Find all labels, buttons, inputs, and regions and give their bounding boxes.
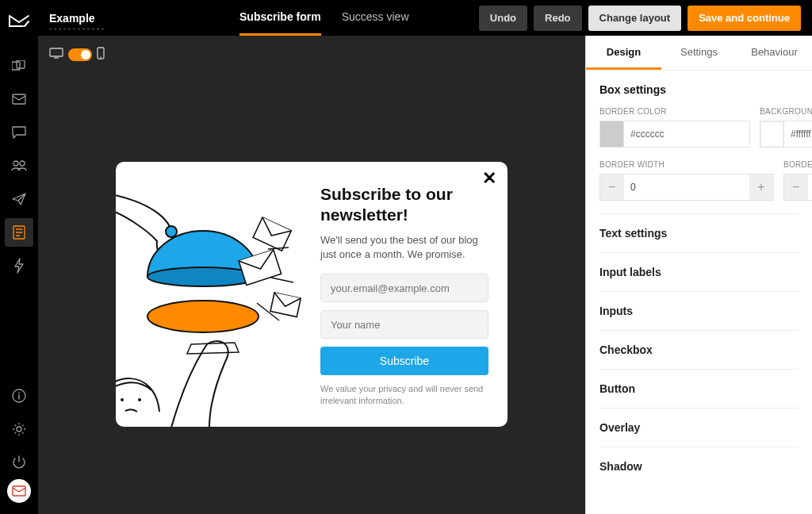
border-color-swatch[interactable] (600, 121, 624, 147)
nav-forms-icon[interactable] (5, 218, 33, 247)
panel-tab-settings[interactable]: Settings (661, 36, 737, 70)
popup-fineprint: We value your privacy and will never sen… (320, 383, 488, 408)
properties-panel: Design Settings Behaviour Box settings B… (585, 36, 812, 514)
project-title[interactable]: Example (49, 12, 239, 25)
section-checkbox[interactable]: Checkbox (599, 330, 799, 369)
svg-point-12 (121, 398, 124, 401)
app-root: Example Subscribe form Success view Undo… (0, 0, 812, 514)
nav-info-icon[interactable] (5, 382, 33, 410)
section-button[interactable]: Button (599, 369, 799, 408)
background-color-field[interactable] (784, 121, 812, 147)
tab-subscribe-form[interactable]: Subscribe form (239, 0, 321, 36)
border-width-label: BORDER WIDTH (599, 160, 774, 169)
name-input[interactable] (320, 310, 488, 339)
topbar: Example Subscribe form Success view Undo… (38, 0, 812, 36)
popup-heading: Subscribe to our newsletter! (320, 184, 488, 226)
popup-illustration (116, 162, 309, 427)
background-color-swatch[interactable] (760, 121, 784, 147)
nav-send-icon[interactable] (5, 185, 33, 213)
section-text-settings[interactable]: Text settings (599, 213, 799, 252)
nav-automation-icon[interactable] (5, 251, 33, 280)
border-radius-label: BORDER RADIUS (783, 160, 812, 169)
svg-rect-2 (13, 94, 25, 104)
email-input[interactable] (320, 274, 488, 302)
svg-rect-9 (50, 48, 63, 56)
sender-badge[interactable] (7, 479, 31, 503)
logo[interactable] (8, 10, 30, 32)
nav-mail-icon[interactable] (5, 85, 33, 113)
main-area: Example Subscribe form Success view Undo… (38, 0, 812, 514)
border-width-increment[interactable]: + (749, 175, 773, 200)
background-color-label: BACKGROUND COLOR (760, 107, 812, 116)
section-input-labels[interactable]: Input labels (599, 252, 799, 291)
view-tabs: Subscribe form Success view (239, 0, 409, 36)
svg-rect-8 (13, 486, 25, 496)
close-icon[interactable]: ✕ (482, 170, 496, 187)
panel-tab-behaviour[interactable]: Behaviour (737, 36, 812, 70)
border-color-label: BORDER COLOR (599, 107, 750, 116)
svg-point-7 (17, 427, 21, 432)
desktop-icon[interactable] (49, 48, 63, 62)
border-radius-field[interactable] (808, 182, 812, 193)
section-overlay[interactable]: Overlay (599, 408, 799, 447)
nav-dashboard-icon[interactable] (5, 52, 33, 80)
svg-point-14 (147, 301, 259, 332)
svg-point-11 (100, 56, 102, 58)
section-shadow[interactable]: Shadow (599, 447, 799, 485)
popup-subheading: We'll send you the best of our blog just… (320, 233, 488, 261)
popup-content: Subscribe to our newsletter! We'll send … (309, 162, 508, 427)
border-width-field[interactable] (624, 182, 749, 193)
svg-point-4 (20, 161, 25, 166)
background-color-input[interactable] (760, 121, 812, 148)
topbar-actions: Undo Redo Change layout Save and continu… (479, 6, 801, 31)
svg-point-3 (13, 161, 18, 166)
section-inputs[interactable]: Inputs (599, 291, 799, 330)
tab-success-view[interactable]: Success view (342, 0, 409, 36)
nav-contacts-icon[interactable] (5, 152, 33, 180)
nav-power-icon[interactable] (5, 448, 33, 477)
panel-body: Box settings BORDER COLOR BACKGROUND COL… (586, 71, 812, 514)
nav-chat-icon[interactable] (5, 118, 33, 147)
panel-tab-design[interactable]: Design (586, 36, 661, 70)
device-switcher (38, 36, 585, 74)
subscribe-button[interactable]: Subscribe (320, 347, 488, 375)
border-width-input[interactable]: − + (599, 174, 774, 201)
change-layout-button[interactable]: Change layout (588, 6, 682, 31)
body: ✕ (38, 36, 812, 514)
section-box-settings: Box settings (599, 83, 799, 96)
canvas-area: ✕ (38, 36, 585, 514)
save-continue-button[interactable]: Save and continue (688, 6, 801, 31)
redo-button[interactable]: Redo (534, 6, 582, 31)
border-color-field[interactable] (624, 121, 749, 147)
svg-point-16 (166, 226, 177, 237)
undo-button[interactable]: Undo (479, 6, 527, 31)
device-toggle[interactable] (68, 48, 92, 61)
svg-point-13 (138, 398, 141, 401)
border-color-input[interactable] (599, 121, 750, 148)
border-radius-decrement[interactable]: − (784, 175, 808, 200)
border-radius-input[interactable]: − + (783, 174, 812, 201)
canvas[interactable]: ✕ (38, 74, 585, 514)
mobile-icon[interactable] (97, 47, 105, 63)
border-width-decrement[interactable]: − (600, 175, 624, 200)
nav-settings-icon[interactable] (5, 415, 33, 443)
sidebar (0, 0, 38, 514)
panel-tabs: Design Settings Behaviour (586, 36, 812, 71)
popup-preview[interactable]: ✕ (116, 162, 508, 427)
